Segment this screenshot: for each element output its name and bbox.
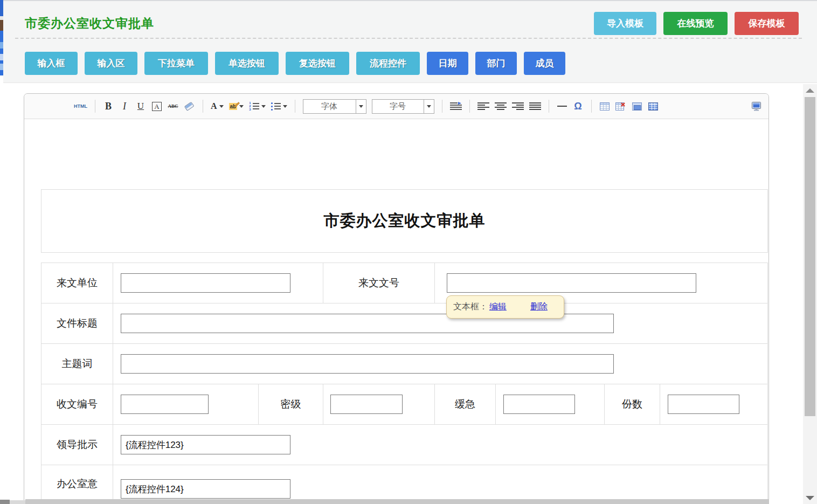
chevron-down-icon: [356, 100, 366, 113]
copies-input[interactable]: [668, 395, 739, 414]
html-source-icon: HTML: [74, 103, 87, 109]
vertical-scrollbar[interactable]: [803, 84, 817, 504]
highlight-color-button[interactable]: ab: [229, 99, 244, 113]
toolbar-separator: [442, 100, 442, 113]
scroll-up-button[interactable]: [806, 88, 814, 93]
field-label: 主题词: [41, 344, 113, 384]
tooltip-label: 文本框：: [453, 301, 488, 313]
table-row: 主题词: [41, 344, 767, 384]
import-template-button[interactable]: 导入模板: [594, 12, 656, 35]
italic-button[interactable]: I: [119, 99, 130, 113]
secrecy-level-input[interactable]: [330, 395, 403, 414]
subject-word-input[interactable]: [121, 354, 614, 374]
format-a-button[interactable]: A: [151, 99, 162, 113]
bold-button[interactable]: B: [103, 99, 114, 113]
component-button-dropdown[interactable]: 下拉菜单: [144, 52, 208, 75]
horizontal-scrollbar-gap: [10, 500, 25, 504]
font-family-select[interactable]: 字体: [303, 99, 366, 114]
fullscreen-button[interactable]: [751, 99, 762, 113]
save-template-button[interactable]: 保存模板: [735, 12, 799, 35]
indent-icon: [450, 102, 462, 111]
form-title: 市委办公室收文审批单: [324, 210, 486, 232]
table-cell: [113, 303, 767, 343]
form-title-box: 市委办公室收文审批单: [41, 189, 768, 253]
editor-content[interactable]: 市委办公室收文审批单 来文单位 来文文号 文件标题: [24, 119, 768, 504]
table-row: 办公室意: [41, 465, 767, 504]
align-right-button[interactable]: [512, 99, 524, 113]
ordered-list-button[interactable]: 1 2 3: [249, 99, 265, 113]
horizontal-rule-button[interactable]: [557, 99, 567, 113]
table-row: 来文单位 来文文号: [41, 263, 767, 303]
chevron-down-icon: [219, 105, 224, 108]
strikethrough-button[interactable]: ABC: [168, 99, 178, 113]
online-preview-button[interactable]: 在线预览: [663, 12, 728, 35]
leader-comment-input[interactable]: [121, 435, 290, 454]
horizontal-scrollbar[interactable]: [25, 499, 769, 504]
table-cell: [113, 344, 767, 384]
doc-number-input[interactable]: [447, 273, 696, 293]
field-label: 份数: [605, 384, 660, 424]
component-button-textarea[interactable]: 输入区: [85, 52, 137, 75]
component-button-checkbox[interactable]: 复选按钮: [286, 52, 349, 75]
delete-link[interactable]: 删除: [530, 301, 548, 313]
field-tooltip: 文本框： 编辑 删除: [446, 295, 564, 319]
office-opinion-input[interactable]: [121, 479, 290, 499]
component-button-input-field[interactable]: 输入框: [25, 52, 78, 75]
horizontal-rule-icon: [557, 106, 567, 107]
table-row: 领导批示: [41, 425, 767, 465]
unordered-list-button[interactable]: [271, 99, 287, 113]
insert-table-button[interactable]: [599, 99, 610, 113]
table-cell: [113, 465, 767, 504]
align-center-button[interactable]: [495, 99, 507, 113]
editor-toolbar: HTML B I U A ABC A: [24, 94, 768, 119]
scroll-down-button[interactable]: [806, 496, 814, 500]
indent-button[interactable]: [450, 99, 462, 113]
ordered-list-icon: 1 2 3: [249, 102, 259, 111]
horizontal-scrollbar-corner: [0, 500, 10, 504]
table-properties-button[interactable]: [632, 99, 642, 113]
field-label: 办公室意: [41, 465, 113, 504]
font-size-select[interactable]: 字号: [372, 99, 434, 114]
special-char-button[interactable]: Ω: [573, 99, 584, 113]
receipt-number-input[interactable]: [121, 395, 209, 414]
eraser-button[interactable]: [184, 99, 195, 113]
page-title: 市委办公室收文审批单: [25, 15, 154, 32]
component-button-radio[interactable]: 单选按钮: [215, 52, 279, 75]
component-button-department[interactable]: 部门: [475, 52, 517, 75]
field-label: 缓急: [435, 384, 496, 424]
component-button-member[interactable]: 成员: [524, 52, 565, 75]
justify-button[interactable]: [529, 99, 541, 113]
highlight-icon: ab: [229, 103, 238, 110]
table-row: 文件标题: [41, 303, 767, 344]
source-code-button[interactable]: HTML: [74, 99, 87, 113]
boxed-a-icon: A: [152, 102, 161, 111]
toolbar-separator: [203, 100, 203, 113]
header-actions: 导入模板 在线预览 保存模板: [594, 12, 799, 35]
delete-table-button[interactable]: [615, 99, 626, 113]
urgency-input[interactable]: [503, 395, 575, 414]
field-label: 密级: [259, 384, 323, 424]
dashed-divider: [15, 38, 802, 39]
align-left-button[interactable]: [477, 99, 489, 113]
scrollbar-thumb[interactable]: [805, 97, 815, 416]
field-label: 文件标题: [41, 303, 113, 343]
align-left-icon: [477, 102, 489, 111]
font-family-value: 字体: [303, 100, 356, 113]
table-row: 收文编号 密级 缓急 份数: [41, 384, 767, 425]
component-button-date[interactable]: 日期: [427, 52, 468, 75]
eraser-icon: [184, 101, 195, 112]
edit-link[interactable]: 编辑: [489, 301, 507, 313]
table-cell: [113, 425, 767, 465]
font-color-button[interactable]: A: [211, 99, 224, 113]
chevron-down-icon: [261, 105, 266, 108]
toolbar-separator: [591, 100, 592, 113]
cell-properties-button[interactable]: [648, 99, 659, 113]
chevron-down-icon: [424, 100, 434, 113]
unordered-list-icon: [271, 102, 281, 111]
component-button-flow-control[interactable]: 流程控件: [356, 52, 420, 75]
table-cell: [496, 384, 605, 424]
editor-panel: HTML B I U A ABC A: [24, 93, 769, 504]
table-cell: [113, 263, 323, 303]
source-unit-input[interactable]: [121, 273, 290, 293]
underline-button[interactable]: U: [135, 99, 146, 113]
